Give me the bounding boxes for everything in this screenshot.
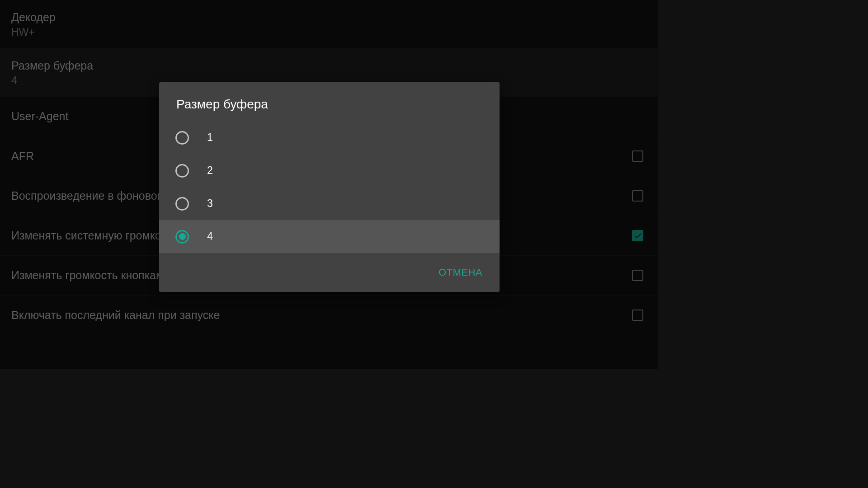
radio-list: 1 2 3 4 bbox=[159, 120, 500, 253]
radio-label: 1 bbox=[207, 131, 213, 144]
setting-content: Декодер HW+ bbox=[11, 11, 56, 38]
radio-icon bbox=[175, 164, 189, 178]
checkbox-afr[interactable] bbox=[632, 150, 643, 162]
setting-title: User-Agent bbox=[11, 110, 68, 123]
check-icon bbox=[634, 232, 642, 240]
setting-title: Изменять системную громко bbox=[11, 229, 161, 242]
setting-title: AFR bbox=[11, 150, 34, 163]
radio-label: 3 bbox=[207, 197, 213, 210]
setting-title: Воспроизведение в фоновом bbox=[11, 189, 165, 202]
radio-option-4[interactable]: 4 bbox=[159, 220, 500, 253]
checkbox-system-volume[interactable] bbox=[632, 230, 643, 241]
radio-label: 2 bbox=[207, 164, 213, 177]
setting-content: Воспроизведение в фоновом bbox=[11, 189, 165, 202]
radio-icon bbox=[175, 230, 189, 244]
setting-title: Размер буфера bbox=[11, 59, 93, 72]
dialog-actions: ОТМЕНА bbox=[159, 253, 500, 292]
radio-icon bbox=[175, 197, 189, 211]
setting-content: Изменять громкость кнопкам bbox=[11, 269, 164, 282]
setting-subtitle: 4 bbox=[11, 75, 93, 87]
setting-title: Изменять громкость кнопкам bbox=[11, 269, 164, 282]
radio-option-1[interactable]: 1 bbox=[159, 121, 500, 154]
setting-item-decoder[interactable]: Декодер HW+ bbox=[0, 0, 658, 48]
radio-label: 4 bbox=[207, 230, 213, 243]
checkbox-last-channel[interactable] bbox=[632, 310, 643, 321]
buffer-size-dialog: Размер буфера 1 2 3 4 ОТМЕНА bbox=[159, 82, 500, 292]
setting-content: AFR bbox=[11, 150, 34, 163]
dialog-title: Размер буфера bbox=[159, 82, 500, 120]
radio-option-2[interactable]: 2 bbox=[159, 154, 500, 187]
setting-subtitle: HW+ bbox=[11, 26, 56, 38]
setting-content: User-Agent bbox=[11, 110, 68, 123]
setting-content: Изменять системную громко bbox=[11, 229, 161, 242]
radio-icon bbox=[175, 131, 189, 145]
setting-content: Размер буфера 4 bbox=[11, 59, 93, 87]
setting-title: Включать последний канал при запуске bbox=[11, 309, 220, 322]
setting-title: Декодер bbox=[11, 11, 56, 24]
setting-item-last-channel[interactable]: Включать последний канал при запуске bbox=[0, 296, 658, 335]
checkbox-background-playback[interactable] bbox=[632, 190, 643, 202]
checkbox-volume-buttons[interactable] bbox=[632, 270, 643, 281]
radio-option-3[interactable]: 3 bbox=[159, 187, 500, 220]
setting-content: Включать последний канал при запуске bbox=[11, 309, 220, 322]
cancel-button[interactable]: ОТМЕНА bbox=[421, 260, 500, 285]
